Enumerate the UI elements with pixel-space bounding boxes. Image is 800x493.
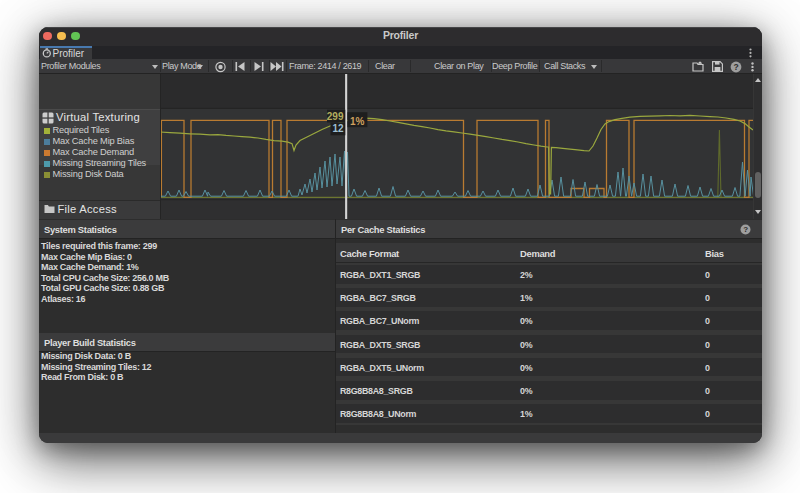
svg-text:?: ? [734,62,739,72]
svg-text:?: ? [743,225,748,234]
svg-text:1%: 1% [350,116,365,127]
svg-text:12: 12 [332,123,344,134]
svg-text:299: 299 [327,111,344,122]
